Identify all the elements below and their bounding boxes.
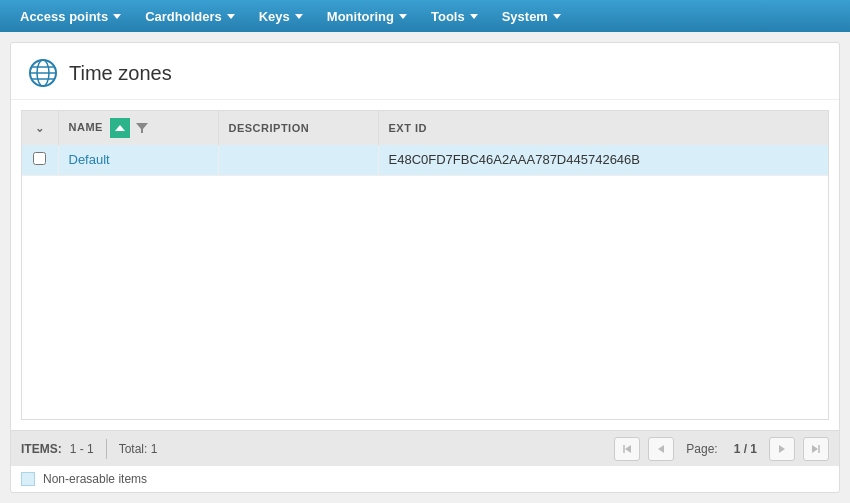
items-range: 1 - 1	[70, 442, 94, 456]
filter-name-button[interactable]	[136, 122, 148, 134]
items-label: ITEMS:	[21, 442, 62, 456]
page-label: Page:	[686, 442, 717, 456]
row-description-cell	[218, 145, 378, 175]
nav-keys-caret	[295, 14, 303, 19]
last-page-icon	[811, 444, 821, 454]
filter-icon	[136, 122, 148, 134]
row-ext-id-cell: E48C0FD7FBC46A2AAA787D445742646B	[378, 145, 828, 175]
row-checkbox[interactable]	[33, 152, 46, 165]
nav-cardholders-caret	[227, 14, 235, 19]
nav-access-points[interactable]: Access points	[8, 0, 133, 32]
data-table: ⌄ NAME DESCRIPTION	[22, 111, 828, 176]
th-ext-id: EXT ID	[378, 111, 828, 145]
row-name-cell: Default	[58, 145, 218, 175]
th-name: NAME	[58, 111, 218, 145]
footer-bar: ITEMS: 1 - 1 Total: 1 Page: 1 / 1	[11, 430, 839, 466]
total-label: Total: 1	[119, 442, 158, 456]
nav-monitoring-caret	[399, 14, 407, 19]
next-page-icon	[778, 444, 786, 454]
page-header: Time zones	[11, 43, 839, 100]
nav-system[interactable]: System	[490, 0, 573, 32]
non-erasable-label: Non-erasable items	[43, 472, 147, 486]
collapse-icon[interactable]: ⌄	[35, 122, 45, 134]
non-erasable-indicator	[21, 472, 35, 486]
svg-marker-8	[658, 445, 664, 453]
nav-tools[interactable]: Tools	[419, 0, 490, 32]
page-value: 1 / 1	[734, 442, 757, 456]
non-erasable-row: Non-erasable items	[11, 466, 839, 492]
table-row: Default E48C0FD7FBC46A2AAA787D445742646B	[22, 145, 828, 175]
first-page-icon	[622, 444, 632, 454]
th-description: DESCRIPTION	[218, 111, 378, 145]
svg-marker-7	[625, 445, 631, 453]
nav-keys[interactable]: Keys	[247, 0, 315, 32]
table-area: ⌄ NAME DESCRIPTION	[21, 110, 829, 420]
sort-name-button[interactable]	[110, 118, 130, 138]
first-page-button[interactable]	[614, 437, 640, 461]
svg-marker-11	[812, 445, 818, 453]
next-page-button[interactable]	[769, 437, 795, 461]
svg-marker-5	[136, 123, 148, 133]
nav-system-caret	[553, 14, 561, 19]
svg-marker-9	[779, 445, 785, 453]
nav-cardholders[interactable]: Cardholders	[133, 0, 247, 32]
table-header-row: ⌄ NAME DESCRIPTION	[22, 111, 828, 145]
prev-page-icon	[657, 444, 665, 454]
page-title: Time zones	[69, 62, 172, 85]
nav-tools-caret	[470, 14, 478, 19]
navbar: Access points Cardholders Keys Monitorin…	[0, 0, 850, 32]
row-name-link[interactable]: Default	[69, 152, 110, 167]
prev-page-button[interactable]	[648, 437, 674, 461]
row-checkbox-cell[interactable]	[22, 145, 58, 175]
th-check: ⌄	[22, 111, 58, 145]
sort-asc-icon	[115, 125, 125, 131]
globe-icon	[27, 57, 59, 89]
last-page-button[interactable]	[803, 437, 829, 461]
nav-monitoring[interactable]: Monitoring	[315, 0, 419, 32]
footer-separator	[106, 439, 107, 459]
main-content: Time zones ⌄ NAME	[10, 42, 840, 493]
nav-access-points-caret	[113, 14, 121, 19]
